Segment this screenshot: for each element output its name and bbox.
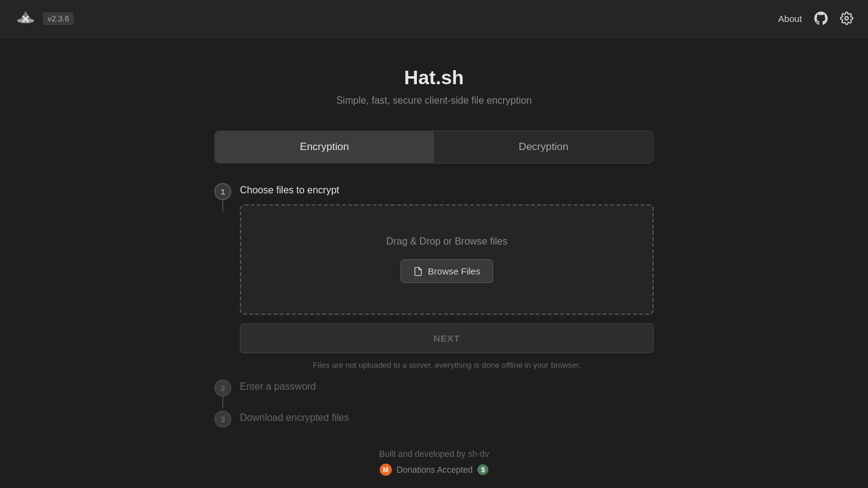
step-label-1: Choose files to encrypt: [240, 183, 654, 196]
header: v2.3.6 About: [0, 0, 868, 37]
tab-encryption[interactable]: Encryption: [215, 131, 434, 163]
file-icon: [413, 267, 423, 276]
footer: Built and developed by sh-dv M Donations…: [0, 449, 868, 476]
main-content: Hat.sh Simple, fast, secure client-side …: [0, 37, 868, 447]
step-content-3: Download encrypted files: [240, 411, 654, 447]
svg-point-5: [845, 16, 848, 20]
step-badge-3: 3: [214, 411, 231, 428]
steps-container: 1 Choose files to encrypt Drag & Drop or…: [214, 183, 654, 447]
browse-files-label: Browse Files: [428, 266, 480, 276]
disclaimer-text: Files are not uploaded to a server, ever…: [240, 361, 654, 370]
next-button[interactable]: NEXT: [240, 323, 654, 353]
step-label-2: Enter a password: [240, 379, 654, 392]
github-button[interactable]: [814, 12, 828, 25]
step-line-2: [222, 396, 223, 409]
tabs-container: Encryption Decryption: [214, 131, 654, 163]
step-label-3: Download encrypted files: [240, 411, 654, 423]
step-line-1: [222, 200, 223, 212]
browse-files-button[interactable]: Browse Files: [400, 259, 493, 283]
step-row-3: 3 Download encrypted files: [214, 411, 654, 447]
header-left: v2.3.6: [15, 7, 74, 29]
app-title: Hat.sh: [404, 66, 464, 89]
step-content-1: Choose files to encrypt Drag & Drop or B…: [240, 183, 654, 384]
about-link[interactable]: About: [778, 13, 802, 24]
step-indicator-2: 2: [214, 379, 231, 409]
tab-decryption[interactable]: Decryption: [434, 131, 653, 163]
app-subtitle: Simple, fast, secure client-side file en…: [336, 95, 532, 106]
footer-built-by: Built and developed by sh-dv: [0, 449, 868, 459]
step-badge-2: 2: [214, 379, 231, 396]
header-right: About: [778, 12, 853, 25]
step-row-1: 1 Choose files to encrypt Drag & Drop or…: [214, 183, 654, 384]
drop-zone[interactable]: Drag & Drop or Browse files Browse Files: [240, 204, 654, 315]
logo-icon: [15, 7, 37, 29]
donations-label: Donations Accepted: [397, 465, 473, 475]
monero-icon: M: [380, 464, 392, 476]
step-badge-1: 1: [214, 183, 231, 200]
version-badge: v2.3.6: [43, 12, 74, 25]
step-indicator-1: 1: [214, 183, 231, 212]
footer-donations[interactable]: M Donations Accepted $: [380, 464, 489, 476]
step-indicator-3: 3: [214, 411, 231, 428]
dollar-icon: $: [477, 464, 488, 475]
settings-button[interactable]: [840, 12, 853, 25]
drop-zone-text: Drag & Drop or Browse files: [253, 236, 640, 247]
